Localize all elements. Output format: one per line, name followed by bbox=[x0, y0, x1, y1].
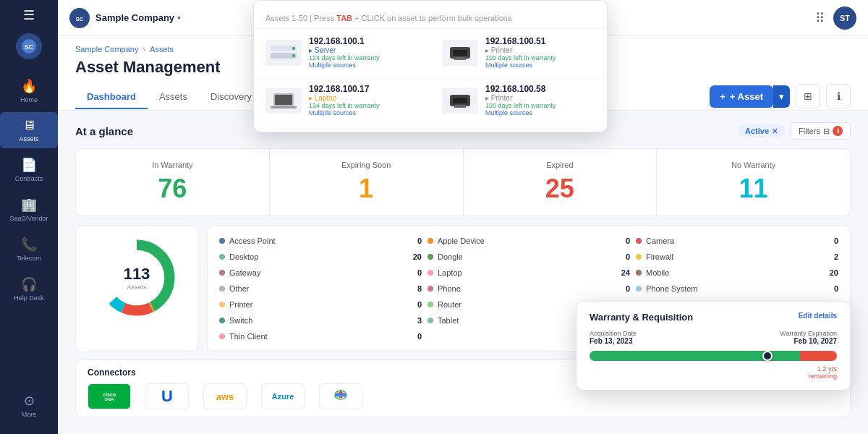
stat-no-warranty-label: No Warranty bbox=[671, 161, 835, 169]
search-ip: 192.168.100.1 bbox=[309, 36, 419, 46]
gcloud-icon bbox=[331, 388, 351, 405]
stat-expired-label: Expired bbox=[478, 161, 642, 169]
asset-type-count: 0 bbox=[616, 237, 630, 245]
sidebar-item-contracts[interactable]: 📄 Contracts bbox=[0, 151, 58, 188]
asset-type-name: Switch bbox=[229, 316, 407, 325]
tab-dashboard[interactable]: Dashboard bbox=[75, 85, 148, 109]
search-type: ▸ Printer bbox=[485, 94, 595, 102]
connector-cisco[interactable]: ciscoDNA bbox=[88, 383, 131, 409]
acquisition-date-value: Feb 13, 2023 bbox=[590, 337, 637, 345]
stat-in-warranty-label: In Warranty bbox=[90, 161, 255, 169]
asset-dot bbox=[427, 270, 433, 276]
asset-type-row: Gateway 0 bbox=[219, 266, 422, 279]
sidebar-item-saas-vendor[interactable]: 🏢 SaaS/Vendor bbox=[0, 191, 58, 228]
active-badge[interactable]: Active ✕ bbox=[738, 124, 785, 137]
asset-dot bbox=[636, 270, 642, 276]
search-thumb bbox=[265, 88, 302, 114]
asset-type-name: Camera bbox=[646, 237, 824, 245]
home-icon: 🔥 bbox=[21, 78, 37, 94]
search-ip: 192.168.100.51 bbox=[485, 36, 595, 46]
asset-dot bbox=[427, 254, 433, 260]
asset-dot bbox=[427, 286, 433, 292]
connector-ubiquiti[interactable]: U bbox=[145, 383, 189, 409]
hamburger-icon[interactable]: ☰ bbox=[23, 7, 35, 23]
add-asset-button[interactable]: + + Asset bbox=[710, 85, 773, 108]
search-more-link[interactable]: Multiple sources bbox=[309, 109, 419, 116]
search-warranty: 124 days left in warranty bbox=[309, 54, 419, 61]
search-result-item[interactable]: 192.168.100.1 ▸ Server 124 days left in … bbox=[254, 29, 430, 77]
asset-dot bbox=[427, 238, 433, 244]
sidebar-item-more-label: More bbox=[22, 411, 37, 418]
connector-azure[interactable]: Azure bbox=[261, 383, 305, 409]
donut-label: Assets bbox=[124, 284, 150, 291]
search-overlay: Assets 1-50 | Press TAB + CLICK on asset… bbox=[253, 0, 608, 132]
filter-button[interactable]: Filters ⊟ ℹ bbox=[791, 122, 851, 140]
asset-type-count: 0 bbox=[407, 237, 422, 245]
connector-aws[interactable]: aws bbox=[203, 383, 247, 409]
active-badge-close[interactable]: ✕ bbox=[772, 127, 778, 135]
asset-type-row: Thin Client 0 bbox=[219, 330, 422, 343]
asset-type-row: Firewall 2 bbox=[636, 250, 838, 263]
warranty-edit-link[interactable]: Edit details bbox=[799, 312, 837, 323]
svg-text:SC: SC bbox=[25, 43, 34, 51]
sidebar-item-saas-label: SaaS/Vendor bbox=[9, 215, 48, 222]
donut-total: 113 bbox=[124, 265, 150, 284]
sidebar-item-more[interactable]: ⊙ More bbox=[0, 387, 58, 424]
assets-icon: 🖥 bbox=[22, 118, 35, 133]
search-info: 192.168.100.58 ▸ Printer 100 days left i… bbox=[485, 84, 595, 116]
filter-label: Filters bbox=[799, 127, 820, 135]
sidebar-item-helpdesk[interactable]: 🎧 Help Desk bbox=[0, 271, 58, 307]
filter-icon: ⊟ bbox=[823, 127, 830, 136]
svg-rect-16 bbox=[454, 57, 466, 60]
info-icon-button[interactable]: ℹ bbox=[826, 84, 851, 109]
add-icon: + bbox=[720, 91, 726, 102]
donut-center: 113 Assets bbox=[124, 265, 150, 291]
asset-type-count: 0 bbox=[407, 332, 422, 341]
telecom-icon: 📞 bbox=[21, 237, 37, 252]
helpdesk-icon: 🎧 bbox=[21, 276, 37, 292]
asset-type-row: Mobile 20 bbox=[636, 266, 838, 279]
asset-dot bbox=[636, 254, 642, 260]
donut-section: 113 Assets bbox=[75, 225, 198, 352]
svg-point-12 bbox=[292, 47, 295, 50]
asset-type-name: Thin Client bbox=[229, 332, 407, 341]
search-type: ▸ Laptop bbox=[309, 94, 419, 102]
asset-type-name: Other bbox=[229, 284, 407, 293]
sidebar-item-telecom[interactable]: 📞 Telecom bbox=[0, 231, 58, 268]
asset-type-row: Apple Device 0 bbox=[427, 234, 630, 247]
add-asset-label: + Asset bbox=[730, 91, 763, 102]
add-asset-caret-button[interactable]: ▾ bbox=[773, 85, 790, 108]
search-more-link[interactable]: Multiple sources bbox=[485, 109, 595, 116]
asset-type-row: Phone System 0 bbox=[636, 282, 838, 295]
grid-icon[interactable]: ⠿ bbox=[815, 10, 825, 26]
topbar-company-name[interactable]: Sample Company bbox=[95, 12, 174, 23]
search-more-link[interactable]: Multiple sources bbox=[309, 61, 419, 69]
search-info: 192.168.100.1 ▸ Server 124 days left in … bbox=[309, 36, 419, 69]
warranty-remaining: 1.2 yrsremaining bbox=[590, 365, 837, 380]
sidebar-item-assets[interactable]: 🖥 Assets bbox=[0, 112, 58, 148]
search-ip: 192.168.100.58 bbox=[485, 84, 595, 94]
asset-dot bbox=[427, 302, 433, 307]
asset-dot bbox=[219, 302, 225, 307]
asset-dot bbox=[219, 333, 225, 339]
tab-assets[interactable]: Assets bbox=[148, 85, 199, 109]
ubiquiti-icon: U bbox=[161, 387, 173, 406]
stat-no-warranty-value: 11 bbox=[671, 174, 835, 204]
search-result-item[interactable]: 192.168.100.17 ▸ Laptop 134 days left in… bbox=[254, 77, 430, 124]
asset-dot bbox=[636, 286, 642, 292]
asset-type-name: Laptop bbox=[438, 268, 616, 277]
connector-gcloud[interactable] bbox=[319, 383, 362, 409]
user-avatar[interactable]: ST bbox=[833, 7, 856, 30]
search-result-item[interactable]: 192.168.100.51 ▸ Printer 100 days left i… bbox=[430, 29, 607, 77]
search-warranty: 100 days left in warranty bbox=[485, 102, 595, 109]
asset-type-name: Printer bbox=[229, 300, 407, 309]
search-result-item[interactable]: 192.168.100.58 ▸ Printer 100 days left i… bbox=[430, 77, 607, 124]
svg-rect-18 bbox=[275, 95, 292, 105]
breadcrumb-company[interactable]: Sample Company bbox=[75, 45, 138, 54]
asset-type-name: Phone bbox=[438, 284, 616, 293]
search-more-link[interactable]: Multiple sources bbox=[485, 61, 595, 69]
layout-icon-button[interactable]: ⊞ bbox=[796, 84, 820, 109]
breadcrumb-section[interactable]: Assets bbox=[150, 45, 174, 54]
asset-type-count: 0 bbox=[616, 252, 630, 261]
sidebar-item-home[interactable]: 🔥 Home bbox=[0, 72, 58, 109]
